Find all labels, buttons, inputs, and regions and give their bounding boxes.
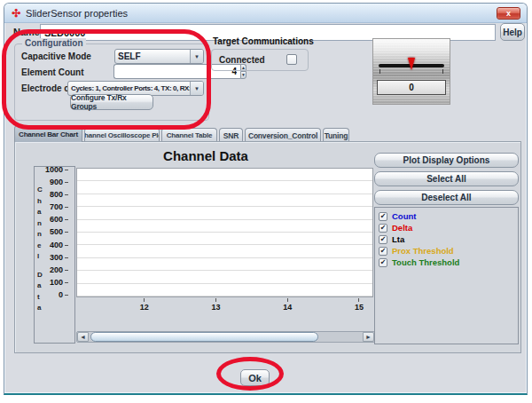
chevron-down-icon[interactable]: ▼: [190, 50, 203, 63]
scrollbar-thumb[interactable]: [90, 332, 318, 342]
horizontal-scrollbar[interactable]: ◄ ►: [76, 331, 375, 343]
capacitive-mode-select[interactable]: SELF ▼: [114, 49, 204, 64]
help-button[interactable]: Help: [500, 23, 525, 41]
x-axis: 12 13 14 15: [76, 298, 373, 323]
y-tick-labels: 10009008007006005004003002001000: [35, 166, 68, 299]
series-checkbox[interactable]: ✔: [379, 235, 387, 244]
ok-button[interactable]: Ok: [240, 369, 270, 386]
x-tick-label: 13: [211, 303, 220, 312]
tab[interactable]: Channel Table: [161, 128, 217, 142]
y-tick-label: 400: [50, 241, 68, 249]
y-tick-label: 300: [50, 254, 68, 262]
y-tick-label: 800: [50, 191, 68, 199]
configure-txrx-groups-button[interactable]: Configure Tx/Rx Groups: [70, 94, 153, 110]
configuration-group-label: Configuration: [22, 38, 86, 48]
window-title: SliderSensor properties: [26, 8, 128, 19]
series-label: Lta: [392, 234, 404, 244]
plot-button-stack: Plot Display OptionsSelect AllDeselect A…: [374, 153, 519, 205]
capacitive-mode-value: SELF: [115, 51, 190, 61]
close-icon[interactable]: x: [497, 7, 520, 20]
series-toggle[interactable]: ✔ Lta: [379, 233, 518, 245]
x-tick-mark: [358, 298, 359, 302]
element-count-label: Element Count: [21, 67, 84, 77]
series-toggle[interactable]: ✔ Prox Threshold: [379, 245, 518, 257]
tab-bar: Channel Bar ChartChannel Oscilloscope Pl…: [14, 125, 349, 142]
x-tick-mark: [215, 298, 216, 302]
y-tick-label: 700: [50, 203, 68, 211]
tab[interactable]: Channel Oscilloscope Plot: [84, 128, 160, 142]
series-toggle[interactable]: ✔ Delta: [379, 222, 518, 233]
chart-title: Channel Data: [33, 148, 379, 163]
series-label: Prox Threshold: [392, 246, 454, 256]
series-checkbox[interactable]: ✔: [379, 212, 387, 221]
element-count-stepper[interactable]: ▲ ▼: [113, 64, 204, 79]
channel-bar-chart-panel: Channel Data ChannelData 100090080070060…: [14, 141, 521, 353]
check-icon: ✔: [380, 248, 387, 255]
x-tick-mark: [144, 298, 145, 302]
scroll-left-icon[interactable]: ◄: [77, 332, 89, 342]
check-icon: ✔: [380, 236, 387, 243]
tab[interactable]: SNR: [219, 128, 243, 142]
slider-sensor-properties-window: ✣ SliderSensor properties x Name: Help C…: [4, 3, 528, 395]
y-tick-label: 500: [50, 228, 68, 236]
tab[interactable]: Tuning: [323, 128, 349, 142]
plot-control-button[interactable]: Select All: [374, 171, 519, 186]
series-checkbox[interactable]: ✔: [379, 224, 387, 233]
name-label: Name:: [13, 27, 43, 37]
x-tick: 12: [140, 298, 149, 312]
check-icon: ✔: [380, 213, 387, 220]
chevron-down-icon[interactable]: ▼: [190, 82, 203, 95]
plot-control-button[interactable]: Deselect All: [374, 190, 519, 205]
series-label: Touch Threshold: [392, 257, 459, 267]
series-checkbox[interactable]: ✔: [379, 258, 387, 267]
capacitive-mode-label: Capacitive Mode: [21, 51, 91, 61]
tab[interactable]: Channel Bar Chart: [14, 125, 82, 142]
y-axis: ChannelData 1000900800700600500400300200…: [34, 166, 75, 344]
gauge-needle-icon[interactable]: [408, 58, 415, 70]
x-tick-mark: [287, 298, 288, 302]
target-communications-label: Target Communications: [213, 36, 314, 46]
x-tick-label: 12: [140, 303, 149, 312]
series-checkbox[interactable]: ✔: [379, 247, 387, 256]
electrode-config-value: Cycles: 1, Controller Ports: 4, TX: 0, R…: [68, 84, 190, 92]
spinner-down-icon[interactable]: ▼: [240, 71, 246, 79]
target-communications-group: Connected: [211, 49, 309, 71]
series-toggle[interactable]: ✔ Count: [379, 210, 518, 222]
tab[interactable]: Conversion_Control: [245, 128, 321, 142]
x-tick: 14: [283, 298, 292, 312]
y-tick-label: 0: [59, 291, 68, 299]
y-tick-label: 600: [50, 216, 68, 224]
plot-control-button[interactable]: Plot Display Options: [374, 153, 519, 168]
x-tick-label: 14: [283, 303, 292, 312]
connected-checkbox[interactable]: [286, 54, 297, 65]
series-toggle-list: ✔ Count ✔ Delta ✔ Lta ✔ Prox Threshold ✔…: [374, 207, 519, 344]
series-label: Count: [392, 211, 416, 221]
gauge-tick: [442, 69, 443, 74]
y-tick-label: 100: [50, 279, 68, 287]
x-tick-label: 15: [355, 303, 364, 312]
gauge-value: 0: [377, 80, 446, 95]
series-label: Delta: [392, 223, 412, 233]
x-tick: 13: [211, 298, 220, 312]
plot-area[interactable]: [76, 168, 373, 297]
connected-label: Connected: [219, 55, 265, 65]
x-tick: 15: [355, 298, 364, 312]
slider-gauge[interactable]: 0: [372, 38, 450, 105]
check-icon: ✔: [380, 225, 387, 232]
y-tick-label: 1000: [45, 166, 68, 174]
y-tick-label: 900: [50, 178, 68, 186]
title-bar[interactable]: ✣ SliderSensor properties x: [4, 4, 527, 23]
gauge-tick: [379, 69, 380, 74]
app-icon: ✣: [12, 8, 20, 19]
series-toggle[interactable]: ✔ Touch Threshold: [379, 257, 518, 268]
check-icon: ✔: [380, 259, 387, 266]
y-tick-label: 200: [50, 266, 68, 274]
scroll-right-icon[interactable]: ►: [363, 332, 374, 342]
